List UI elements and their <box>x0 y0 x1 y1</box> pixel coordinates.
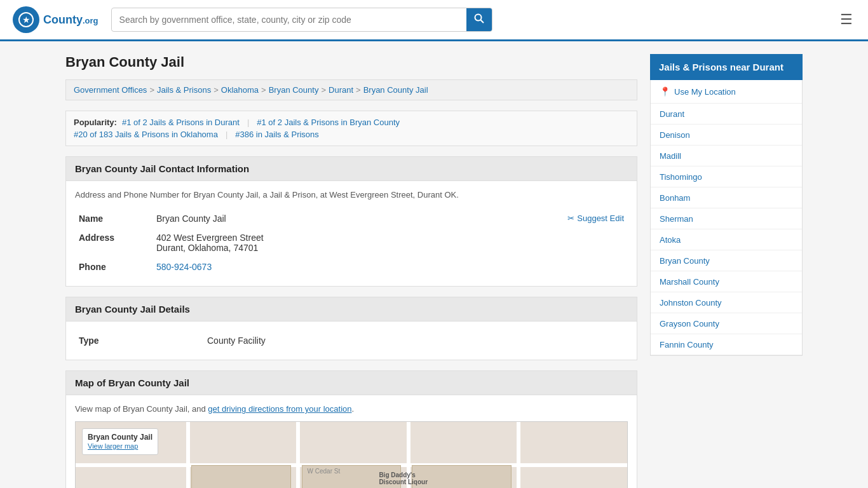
phone-link[interactable]: 580-924-0673 <box>156 262 212 272</box>
contact-section-body: Address and Phone Number for Bryan Count… <box>65 181 637 287</box>
sidebar-title: Jails & Prisons near Durant <box>650 54 803 80</box>
view-larger-map-link[interactable]: View larger map <box>88 442 138 450</box>
sidebar-item: Denison <box>651 125 802 146</box>
sidebar-item: Fannin County <box>651 334 802 355</box>
sidebar-item: Durant <box>651 104 802 125</box>
search-bar <box>111 8 492 32</box>
breadcrumb-item[interactable]: Jails & Prisons <box>157 85 211 95</box>
sidebar-item-link[interactable]: Madill <box>660 151 681 161</box>
sidebar-item: Tishomingo <box>651 166 802 187</box>
svg-text:★: ★ <box>22 15 31 25</box>
contact-table: Name Bryan County Jail ✂ Suggest Edit Ad… <box>75 208 628 277</box>
svg-point-2 <box>475 15 481 21</box>
use-my-location[interactable]: 📍 Use My Location <box>651 80 802 104</box>
breadcrumb-item[interactable]: Durant <box>329 85 353 95</box>
sidebar-item-link[interactable]: Sherman <box>660 214 693 224</box>
name-value: Bryan County Jail <box>156 214 226 224</box>
location-pin-icon: 📍 <box>660 86 670 97</box>
page-title: Bryan County Jail <box>65 54 637 71</box>
sidebar-item: Johnston County <box>651 292 802 313</box>
breadcrumb: Government Offices > Jails & Prisons > O… <box>65 79 637 100</box>
sidebar-body: 📍 Use My Location DurantDenisonMadillTis… <box>650 80 803 356</box>
contact-section-header: Bryan County Jail Contact Information <box>65 156 637 181</box>
map-label-box: Bryan County Jail View larger map <box>82 428 158 455</box>
map-text-label: W Cedar St <box>308 468 341 475</box>
address-label: Address <box>76 229 153 257</box>
use-location-link[interactable]: Use My Location <box>674 87 736 97</box>
sidebar-item: Atoka <box>651 229 802 250</box>
details-section-body: Type County Facility <box>65 322 637 360</box>
sidebar-item-link[interactable]: Atoka <box>660 235 681 245</box>
map-section-header: Map of Bryan County Jail <box>65 370 637 395</box>
sidebar-item-link[interactable]: Grayson County <box>660 319 719 329</box>
breadcrumb-item[interactable]: Bryan County Jail <box>363 85 428 95</box>
logo[interactable]: ★ County.org <box>13 6 98 33</box>
sidebar-item-link[interactable]: Bonham <box>660 193 690 203</box>
sidebar-item: Bonham <box>651 187 802 208</box>
map-description: View map of Bryan County Jail, and get d… <box>75 404 628 414</box>
sidebar-item-link[interactable]: Johnston County <box>660 298 722 308</box>
sidebar-item: Madill <box>651 146 802 166</box>
breadcrumb-item[interactable]: Oklahoma <box>221 85 259 95</box>
details-section-header: Bryan County Jail Details <box>65 297 637 322</box>
svg-line-3 <box>480 20 484 24</box>
sidebar-item-link[interactable]: Marshall County <box>660 277 719 287</box>
type-value: County Facility <box>205 332 627 349</box>
contact-description: Address and Phone Number for Bryan Count… <box>75 190 628 200</box>
sidebar-item-link[interactable]: Bryan County <box>660 256 710 266</box>
sidebar: Jails & Prisons near Durant 📍 Use My Loc… <box>650 54 803 488</box>
sidebar-item-link[interactable]: Denison <box>660 130 690 140</box>
search-button[interactable] <box>466 8 492 31</box>
driving-directions-link[interactable]: get driving directions from your locatio… <box>208 404 351 414</box>
logo-icon: ★ <box>13 6 39 33</box>
address-line1: 402 West Evergreen Street <box>156 233 624 243</box>
sidebar-item: Bryan County <box>651 250 802 271</box>
sidebar-item-link[interactable]: Durant <box>660 109 684 119</box>
phone-label: Phone <box>76 258 153 276</box>
menu-button[interactable]: ☰ <box>837 9 855 30</box>
name-label: Name <box>76 210 153 227</box>
type-label: Type <box>76 332 203 349</box>
content-area: Bryan County Jail Government Offices > J… <box>65 54 637 488</box>
sidebar-item: Grayson County <box>651 313 802 334</box>
sidebar-item: Sherman <box>651 208 802 229</box>
details-table: Type County Facility <box>75 330 628 351</box>
suggest-edit-link[interactable]: ✂ Suggest Edit <box>567 214 624 223</box>
map-business-label: Big Daddy'sDiscount Liqour <box>379 471 428 485</box>
map-section-body: View map of Bryan County Jail, and get d… <box>65 395 637 488</box>
popularity-bar: Popularity: #1 of 2 Jails & Prisons in D… <box>65 111 637 146</box>
breadcrumb-item[interactable]: Government Offices <box>74 85 147 95</box>
sidebar-item-link[interactable]: Tishomingo <box>660 172 702 182</box>
breadcrumb-item[interactable]: Bryan County <box>269 85 319 95</box>
address-line2: Durant, Oklahoma, 74701 <box>156 243 624 253</box>
search-input[interactable] <box>112 10 466 30</box>
map-container[interactable]: W Cedar St Elm St W Ever... Big Daddy'sD… <box>75 421 628 488</box>
sidebar-item: Marshall County <box>651 271 802 292</box>
sidebar-item-link[interactable]: Fannin County <box>660 340 714 349</box>
